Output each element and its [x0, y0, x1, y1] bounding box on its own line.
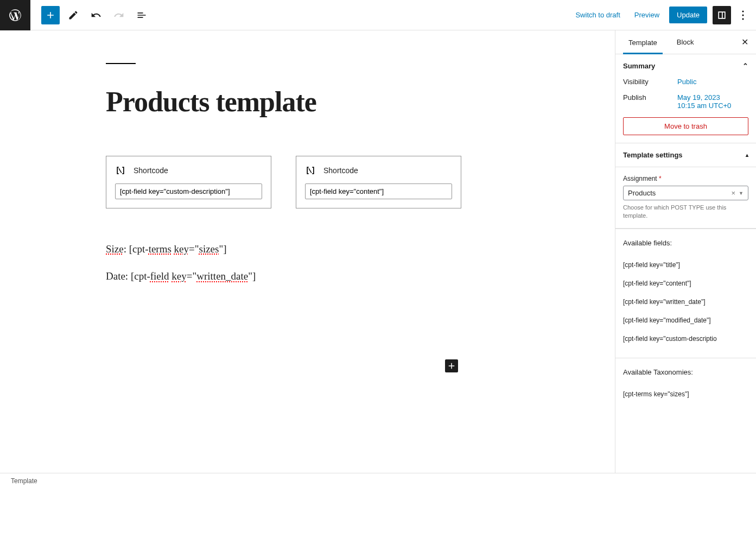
summary-title: Summary [623, 62, 655, 70]
shortcode-input-1[interactable] [115, 183, 262, 199]
summary-panel-header[interactable]: Summary ⌃ [615, 54, 756, 78]
tab-block[interactable]: Block [671, 30, 700, 54]
field-item[interactable]: [cpt-field key="written_date"] [623, 293, 748, 311]
title-separator [106, 63, 136, 64]
add-block-button[interactable] [41, 6, 60, 24]
tools-button[interactable] [64, 6, 82, 24]
shortcode-block-1[interactable]: Shortcode [106, 156, 271, 208]
collapse-icon: ▴ [746, 152, 748, 158]
template-settings-title: Template settings [623, 151, 683, 159]
shortcode-label: Shortcode [323, 166, 358, 175]
field-item[interactable]: [cpt-field key="content"] [623, 274, 748, 293]
clear-icon[interactable]: × [731, 189, 735, 197]
top-toolbar: Switch to draft Preview Update [0, 0, 756, 30]
add-block-inline-button[interactable] [445, 359, 458, 372]
field-item[interactable]: [cpt-field key="custom-descriptio [623, 330, 748, 348]
assignment-label: Assignment * [623, 175, 748, 182]
shortcode-input-2[interactable] [305, 183, 452, 199]
assignment-select[interactable]: Products × ▼ [623, 186, 748, 200]
sidebar-tabs: Template Block ✕ [615, 30, 756, 54]
columns-block[interactable]: Shortcode Shortcode [106, 156, 562, 208]
tab-template[interactable]: Template [623, 31, 663, 54]
move-to-trash-button[interactable]: Move to trash [623, 117, 748, 135]
main-area: Products template Shortcode [0, 30, 756, 473]
wordpress-logo[interactable] [0, 0, 30, 30]
available-taxonomies-title: Available Taxonomies: [623, 368, 748, 376]
switch-to-draft-button[interactable]: Switch to draft [571, 8, 624, 22]
publish-value[interactable]: May 19, 2023 10:15 am UTC+0 [677, 93, 731, 110]
breadcrumb-item[interactable]: Template [11, 477, 37, 485]
visibility-label: Visibility [623, 78, 677, 86]
template-settings-header[interactable]: Template settings ▴ [615, 143, 756, 167]
redo-button[interactable] [110, 6, 128, 24]
svg-point-0 [742, 10, 744, 12]
document-overview-button[interactable] [132, 6, 151, 24]
svg-point-1 [742, 14, 744, 16]
editor-canvas[interactable]: Products template Shortcode [0, 30, 615, 473]
toolbar-right: Switch to draft Preview Update [571, 6, 756, 24]
shortcode-icon [115, 165, 126, 176]
close-sidebar-icon[interactable]: ✕ [741, 37, 748, 47]
taxonomy-item[interactable]: [cpt-terms key="sizes"] [623, 385, 748, 403]
toolbar-left [0, 0, 151, 30]
assignment-help: Choose for which POST TYPE use this temp… [623, 204, 748, 220]
settings-sidebar: Template Block ✕ Summary ⌃ Visibility Pu… [615, 30, 756, 473]
update-button[interactable]: Update [669, 7, 707, 23]
paragraph-block-2[interactable]: Date: [cpt-field key="written_date"] [106, 268, 562, 284]
preview-button[interactable]: Preview [630, 8, 664, 22]
chevron-up-icon: ⌃ [742, 62, 748, 70]
available-fields-title: Available fields: [623, 239, 748, 247]
available-fields-section: Available fields: [cpt-field key="title"… [615, 229, 756, 358]
assignment-section: Assignment * Products × ▼ Choose for whi… [615, 167, 756, 229]
field-item[interactable]: [cpt-field key="modified_date"] [623, 311, 748, 330]
shortcode-label: Shortcode [134, 166, 168, 175]
undo-button[interactable] [87, 6, 105, 24]
svg-point-2 [742, 18, 744, 20]
page-title[interactable]: Products template [106, 86, 562, 118]
publish-label: Publish [623, 93, 677, 110]
field-item[interactable]: [cpt-field key="title"] [623, 256, 748, 274]
settings-toggle-button[interactable] [713, 6, 731, 24]
assignment-value: Products [628, 189, 656, 197]
visibility-value[interactable]: Public [677, 78, 696, 86]
chevron-down-icon: ▼ [739, 191, 744, 196]
paragraph-block-1[interactable]: Size: [cpt-terms key="sizes"] [106, 241, 562, 257]
footer-breadcrumb: Template [0, 473, 756, 488]
available-taxonomies-section: Available Taxonomies: [cpt-terms key="si… [615, 358, 756, 413]
summary-panel: Summary ⌃ Visibility Public Publish May … [615, 54, 756, 143]
more-options-button[interactable] [736, 6, 749, 24]
shortcode-block-2[interactable]: Shortcode [296, 156, 461, 208]
shortcode-icon [305, 165, 316, 176]
